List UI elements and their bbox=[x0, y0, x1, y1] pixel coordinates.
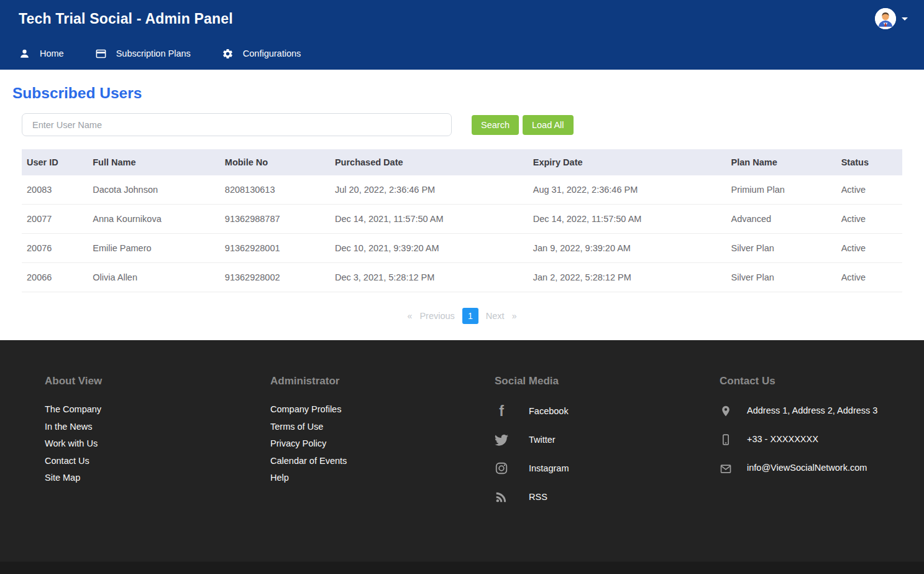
user-menu[interactable] bbox=[875, 8, 908, 29]
contact-address-text: Address 1, Address 2, Address 3 bbox=[747, 405, 877, 415]
page-title: Subscribed Users bbox=[12, 85, 902, 102]
gear-icon bbox=[222, 48, 234, 60]
social-label-rss: RSS bbox=[529, 492, 547, 502]
cell-expiry-date: Jan 9, 2022, 9:39:20 AM bbox=[528, 234, 726, 263]
cell-plan-name: Silver Plan bbox=[726, 263, 836, 292]
cell-mobile-no: 91362928002 bbox=[220, 263, 330, 292]
instagram-icon bbox=[495, 461, 508, 475]
pagination-next[interactable]: Next bbox=[486, 311, 505, 321]
chevron-down-icon[interactable] bbox=[902, 17, 908, 21]
footer-link-privacy-policy[interactable]: Privacy Policy bbox=[270, 438, 495, 449]
social-label-instagram: Instagram bbox=[529, 463, 569, 473]
social-link-instagram[interactable]: Instagram bbox=[495, 461, 720, 476]
email-icon bbox=[720, 463, 732, 475]
footer-link-calendar-of-events[interactable]: Calendar of Events bbox=[270, 455, 495, 466]
pagination-last-arrow[interactable]: » bbox=[512, 311, 517, 321]
cell-plan-name: Primium Plan bbox=[726, 175, 836, 205]
main-content: Subscribed Users Search Load All User ID… bbox=[0, 70, 924, 340]
footer-link-terms-of-use[interactable]: Terms of Use bbox=[270, 421, 495, 432]
nav-item-subscription-plans[interactable]: Subscription Plans bbox=[95, 48, 191, 60]
cell-full-name: Anna Kournikova bbox=[88, 205, 220, 234]
col-header-status: Status bbox=[836, 149, 902, 175]
contact-email-text[interactable]: info@ViewSocialNetwork.com bbox=[747, 463, 867, 473]
footer-link-site-map[interactable]: Site Map bbox=[45, 472, 270, 483]
table-body: 20083 Dacota Johnson 8208130613 Jul 20, … bbox=[22, 175, 902, 292]
footer-link-company-profiles[interactable]: Company Profiles bbox=[270, 404, 495, 415]
cell-status: Active bbox=[836, 263, 902, 292]
facebook-icon: f bbox=[495, 404, 508, 418]
main-nav: Home Subscription Plans Configurations bbox=[0, 37, 924, 70]
cell-user-id: 20077 bbox=[22, 205, 88, 234]
table-row: 20077 Anna Kournikova 91362988787 Dec 14… bbox=[22, 205, 902, 234]
footer-heading-administrator: Administrator bbox=[270, 375, 495, 387]
cell-expiry-date: Aug 31, 2022, 2:36:46 PM bbox=[528, 175, 726, 205]
table-row: 20083 Dacota Johnson 8208130613 Jul 20, … bbox=[22, 175, 902, 205]
contact-email[interactable]: info@ViewSocialNetwork.com bbox=[720, 461, 880, 474]
footer-link-work-with-us[interactable]: Work with Us bbox=[45, 438, 270, 449]
social-link-twitter[interactable]: Twitter bbox=[495, 432, 720, 447]
cell-purchased-date: Dec 10, 2021, 9:39:20 AM bbox=[330, 234, 528, 263]
avatar[interactable] bbox=[875, 8, 896, 29]
contact-phone: +33 - XXXXXXXX bbox=[720, 432, 880, 446]
twitter-icon bbox=[495, 433, 508, 447]
footer-link-the-company[interactable]: The Company bbox=[45, 404, 270, 415]
nav-item-configurations[interactable]: Configurations bbox=[222, 48, 301, 60]
cell-user-id: 20066 bbox=[22, 263, 88, 292]
cell-full-name: Dacota Johnson bbox=[88, 175, 220, 205]
col-header-expiry-date: Expiry Date bbox=[528, 149, 726, 175]
col-header-full-name: Full Name bbox=[88, 149, 220, 175]
social-label-facebook: Facebook bbox=[529, 406, 569, 416]
page-footer: About View The Company In the News Work … bbox=[0, 340, 924, 562]
cell-user-id: 20076 bbox=[22, 234, 88, 263]
footer-heading-social: Social Media bbox=[495, 375, 720, 387]
load-all-button[interactable]: Load All bbox=[523, 115, 574, 135]
contact-address: Address 1, Address 2, Address 3 bbox=[720, 404, 880, 417]
header-title-row: Tech Trial Social - Admin Panel bbox=[0, 0, 924, 37]
rss-icon bbox=[495, 490, 508, 504]
footer-col-contact: Contact Us Address 1, Address 2, Address… bbox=[720, 375, 880, 562]
app-title: Tech Trial Social - Admin Panel bbox=[19, 11, 233, 27]
footer-col-administrator: Administrator Company Profiles Terms of … bbox=[270, 375, 495, 562]
top-header: Tech Trial Social - Admin Panel bbox=[0, 0, 924, 70]
col-header-mobile-no: Mobile No bbox=[220, 149, 330, 175]
footer-link-in-the-news[interactable]: In the News bbox=[45, 421, 270, 432]
search-button[interactable]: Search bbox=[472, 115, 519, 135]
cell-plan-name: Silver Plan bbox=[726, 234, 836, 263]
footer-col-social: Social Media f Facebook Twitter Instagra… bbox=[495, 375, 720, 562]
table-header: User ID Full Name Mobile No Purchased Da… bbox=[22, 149, 902, 175]
social-link-facebook[interactable]: f Facebook bbox=[495, 404, 720, 419]
cell-mobile-no: 91362988787 bbox=[220, 205, 330, 234]
card-icon bbox=[95, 48, 107, 60]
footer-link-help[interactable]: Help bbox=[270, 472, 495, 483]
nav-item-home[interactable]: Home bbox=[19, 48, 64, 60]
search-row: Search Load All bbox=[22, 113, 902, 136]
cell-mobile-no: 91362928001 bbox=[220, 234, 330, 263]
search-input[interactable] bbox=[22, 113, 452, 136]
footer-link-contact-us[interactable]: Contact Us bbox=[45, 455, 270, 466]
cell-status: Active bbox=[836, 205, 902, 234]
cell-mobile-no: 8208130613 bbox=[220, 175, 330, 205]
table-row: 20076 Emilie Pamero 91362928001 Dec 10, … bbox=[22, 234, 902, 263]
col-header-purchased-date: Purchased Date bbox=[330, 149, 528, 175]
bottom-bar bbox=[0, 562, 924, 574]
pagination-first-arrow[interactable]: « bbox=[408, 311, 413, 321]
person-icon bbox=[19, 48, 30, 60]
mobile-phone-icon bbox=[720, 433, 732, 446]
location-icon bbox=[720, 405, 732, 417]
cell-status: Active bbox=[836, 234, 902, 263]
cell-full-name: Olivia Allen bbox=[88, 263, 220, 292]
pagination-page-1[interactable]: 1 bbox=[462, 308, 478, 324]
social-link-rss[interactable]: RSS bbox=[495, 489, 720, 504]
table-row: 20066 Olivia Allen 91362928002 Dec 3, 20… bbox=[22, 263, 902, 292]
pagination-previous[interactable]: Previous bbox=[419, 311, 454, 321]
contact-phone-text: +33 - XXXXXXXX bbox=[747, 434, 818, 444]
avatar-image bbox=[875, 8, 896, 29]
cell-status: Active bbox=[836, 175, 902, 205]
nav-label-subscription-plans: Subscription Plans bbox=[116, 49, 191, 58]
col-header-user-id: User ID bbox=[22, 149, 88, 175]
button-group: Search Load All bbox=[472, 115, 574, 135]
col-header-plan-name: Plan Name bbox=[726, 149, 836, 175]
cell-user-id: 20083 bbox=[22, 175, 88, 205]
social-label-twitter: Twitter bbox=[529, 435, 556, 445]
nav-label-home: Home bbox=[40, 49, 64, 58]
